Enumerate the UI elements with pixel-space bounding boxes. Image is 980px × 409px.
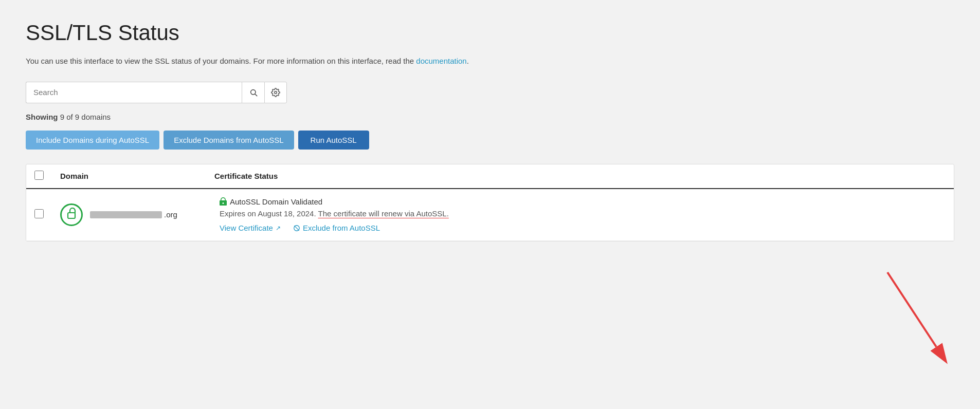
domains-table: Domain Certificate Status .org (26, 164, 954, 242)
svg-line-1 (255, 94, 257, 96)
domain-redacted-text (90, 211, 162, 218)
table-header: Domain Certificate Status (26, 164, 954, 189)
showing-count: Showing 9 of 9 domains (26, 113, 954, 121)
svg-line-5 (295, 226, 299, 230)
arrow-annotation (857, 267, 949, 372)
cert-status-line: AutoSSL Domain Validated (220, 197, 946, 206)
search-input[interactable] (26, 82, 242, 103)
search-icon (249, 88, 258, 97)
gear-icon (271, 88, 280, 97)
lock-icon (66, 208, 77, 221)
svg-point-2 (275, 91, 277, 94)
search-row (26, 82, 954, 103)
search-button[interactable] (242, 82, 264, 103)
external-link-icon: ↗ (276, 225, 281, 232)
description-text: You can use this interface to view the S… (26, 55, 954, 67)
svg-rect-3 (68, 213, 75, 218)
domain-column-header: Domain (60, 172, 214, 180)
exclude-from-autossl-link[interactable]: Exclude from AutoSSL (293, 224, 380, 232)
view-certificate-link[interactable]: View Certificate ↗ (220, 224, 281, 232)
cert-expiry-text: Expires on August 18, 2024. The certific… (220, 208, 946, 220)
action-buttons: Include Domains during AutoSSL Exclude D… (26, 131, 954, 150)
include-domains-button[interactable]: Include Domains during AutoSSL (26, 131, 159, 150)
cert-links: View Certificate ↗ Exclude from AutoSSL (220, 224, 946, 232)
cert-status-label: AutoSSL Domain Validated (230, 197, 322, 206)
cert-status-column-header: Certificate Status (214, 172, 946, 180)
table-row: .org AutoSSL Domain Validated Expires on… (26, 189, 954, 241)
domain-name: .org (90, 210, 177, 219)
documentation-link[interactable]: documentation (416, 57, 466, 65)
run-autossl-button[interactable]: Run AutoSSL (298, 131, 369, 150)
cert-lock-icon (220, 197, 227, 206)
select-all-checkbox[interactable] (34, 171, 44, 180)
row-checkbox[interactable] (34, 209, 44, 218)
svg-line-7 (887, 272, 936, 347)
settings-button[interactable] (264, 82, 287, 103)
exclude-domains-button[interactable]: Exclude Domains from AutoSSL (164, 131, 294, 150)
cert-status-cell: AutoSSL Domain Validated Expires on Augu… (214, 197, 946, 233)
domain-ssl-icon (60, 203, 83, 226)
page-title: SSL/TLS Status (26, 21, 954, 45)
domain-suffix: .org (164, 210, 177, 219)
row-checkbox-cell (34, 209, 60, 220)
select-all-checkbox-cell (34, 171, 60, 182)
cert-renew-text: The certificate will renew via AutoSSL. (318, 209, 449, 218)
no-icon (293, 225, 300, 232)
domain-cell: .org (60, 203, 214, 226)
